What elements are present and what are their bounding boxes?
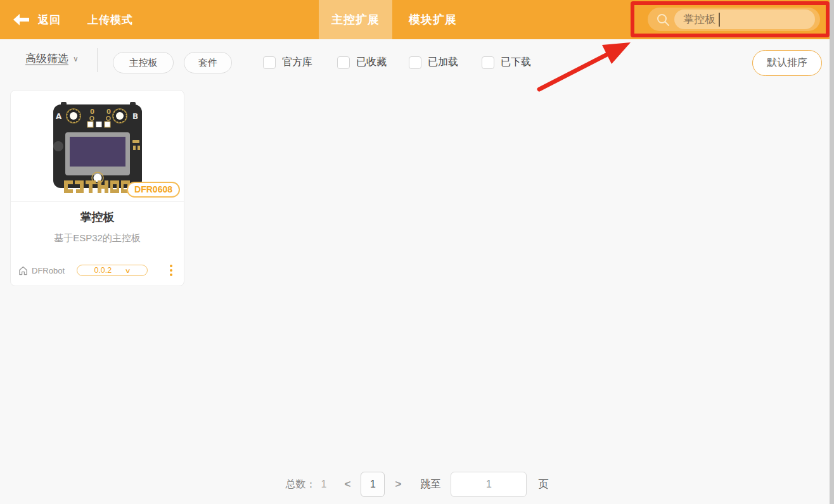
card-image-area: A B 0 0	[11, 91, 184, 202]
version-dropdown[interactable]: 0.0.2 ∨	[77, 265, 148, 276]
prev-page-button[interactable]: <	[345, 478, 351, 491]
checkbox-icon	[409, 56, 421, 69]
text-caret	[719, 13, 720, 27]
svg-text:A: A	[56, 112, 62, 121]
vendor: DFRobot	[18, 266, 65, 275]
checkbox-icon	[337, 56, 350, 69]
total-label: 总数：	[286, 478, 316, 491]
next-page-button[interactable]: >	[395, 478, 401, 491]
extension-card[interactable]: A B 0 0	[10, 90, 184, 286]
current-page-button[interactable]: 1	[361, 472, 385, 497]
tab-module-extensions[interactable]: 模块扩展	[396, 0, 470, 39]
checkbox-official-library[interactable]: 官方库	[263, 56, 312, 69]
back-button[interactable]: 返回	[13, 13, 61, 27]
category-pill-kit[interactable]: 套件	[184, 52, 232, 73]
checkbox-downloaded[interactable]: 已下载	[482, 56, 531, 69]
checkbox-label: 已下载	[501, 56, 531, 69]
vendor-name: DFRobot	[32, 266, 65, 275]
board-image: A B 0 0	[50, 101, 145, 196]
checkbox-favorited[interactable]: 已收藏	[337, 56, 387, 69]
header: 返回 上传模式 主控扩展 模块扩展	[0, 0, 834, 39]
back-icon	[13, 13, 29, 26]
checkbox-icon	[482, 56, 494, 69]
chevron-down-icon: ∨	[125, 267, 131, 274]
svg-text:B: B	[132, 112, 138, 121]
home-icon	[18, 266, 28, 275]
checkbox-label: 官方库	[282, 56, 312, 69]
card-subtitle: 基于ESP32的主控板	[11, 232, 184, 244]
tab-mainboard-extensions[interactable]: 主控扩展	[319, 0, 392, 39]
checkbox-label: 已加载	[428, 56, 458, 69]
advanced-filter-label: 高级筛选	[25, 51, 68, 66]
svg-text:0: 0	[90, 108, 94, 115]
svg-text:0: 0	[106, 108, 111, 115]
checkbox-loaded[interactable]: 已加载	[409, 56, 458, 69]
default-sort-button[interactable]: 默认排序	[752, 50, 822, 76]
kebab-menu-icon[interactable]	[167, 263, 175, 278]
sku-badge: DFR0608	[127, 182, 180, 198]
card-footer: DFRobot 0.0.2 ∨	[11, 263, 184, 278]
search-icon	[657, 13, 669, 26]
search-input[interactable]	[674, 9, 815, 29]
card-title: 掌控板	[11, 210, 184, 225]
advanced-filter-button[interactable]: 高级筛选 ∨	[25, 51, 79, 66]
back-label: 返回	[38, 13, 61, 27]
tab-bar: 主控扩展 模块扩展	[319, 0, 470, 39]
category-pill-mainboard[interactable]: 主控板	[113, 52, 174, 73]
divider	[97, 48, 98, 72]
search-bar[interactable]	[648, 8, 820, 31]
filter-bar: 高级筛选 ∨ 主控板 套件 官方库 已收藏 已加载 已下载 默认排序	[0, 39, 834, 79]
page-unit-label: 页	[538, 478, 548, 491]
checkbox-icon	[263, 56, 276, 69]
upload-mode-button[interactable]: 上传模式	[87, 13, 133, 27]
jump-to-label: 跳至	[420, 478, 440, 491]
pagination: 总数： 1 < 1 > 跳至 页	[0, 471, 834, 498]
scrollbar[interactable]	[830, 0, 834, 504]
total-count: 1	[321, 479, 327, 490]
chevron-down-icon: ∨	[73, 54, 79, 63]
jump-page-input[interactable]	[451, 472, 527, 497]
checkbox-label: 已收藏	[356, 56, 387, 69]
version-value: 0.0.2	[94, 266, 112, 275]
